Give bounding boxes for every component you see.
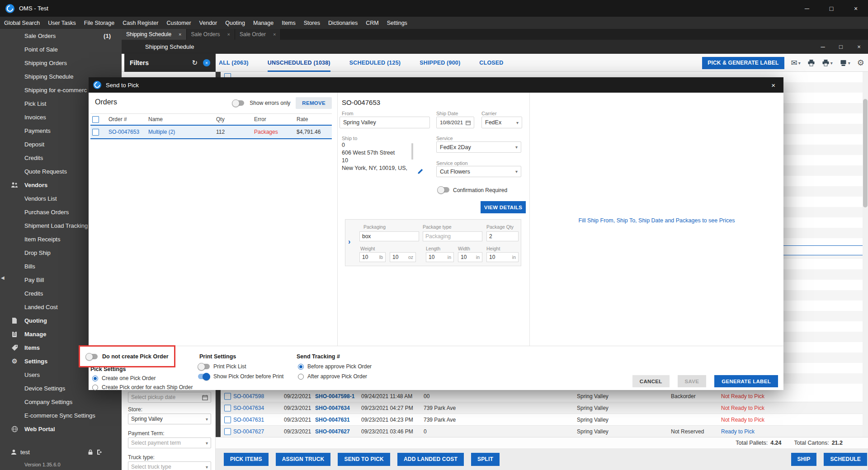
lock-icon[interactable] xyxy=(88,449,93,455)
service-option-select[interactable]: Cut Flowers▾ xyxy=(436,166,521,177)
menu-manage[interactable]: Manage xyxy=(249,17,278,29)
weight-lb-field[interactable]: 10lb xyxy=(359,252,386,262)
shipping-order-link[interactable]: SHO-0047627 xyxy=(315,428,350,435)
view-details-button[interactable]: VIEW DETAILS xyxy=(481,201,526,213)
sidebar-item-company-settings[interactable]: Company Settings xyxy=(0,395,122,409)
orders-table-row[interactable]: SO-0047653 Multiple (2) 112 Packages $4,… xyxy=(90,126,332,139)
orders-select-all-checkbox[interactable] xyxy=(92,116,99,123)
ship-to-address[interactable]: 0 606 West 57th Street 10 New York, NY, … xyxy=(342,141,410,172)
row-checkbox[interactable] xyxy=(224,393,231,400)
sidebar-collapse-icon[interactable]: ◀ xyxy=(1,275,5,280)
height-field[interactable]: 10in xyxy=(486,252,519,262)
tab-close-icon[interactable]: × xyxy=(227,32,230,37)
package-type-input[interactable] xyxy=(425,233,480,240)
create-one-pick-order-option[interactable]: Create one Pick Order xyxy=(92,375,156,381)
menu-stores[interactable]: Stores xyxy=(300,17,324,29)
menu-dictionaries[interactable]: Dictionaries xyxy=(324,17,362,29)
user-row[interactable]: test xyxy=(0,446,122,458)
sidebar-item-sale-orders[interactable]: Sale Orders(1) xyxy=(0,29,122,42)
tab-close-icon[interactable]: × xyxy=(273,32,276,37)
window-restore-icon[interactable]: □ xyxy=(832,40,850,54)
before-approve-option[interactable]: Before approve Pick Order xyxy=(298,363,372,370)
edit-ship-to-icon[interactable] xyxy=(417,168,424,174)
print-pick-list-toggle[interactable] xyxy=(198,364,210,369)
print-pick-list-option[interactable]: Print Pick List xyxy=(198,363,246,370)
tab-unscheduled[interactable]: UNSCHEDULED (1038) xyxy=(268,54,330,72)
table-row[interactable]: SO-0047598 09/22/2021 SHO-0047598-1 09/2… xyxy=(221,390,863,402)
ship-date-field[interactable]: 10/8/2021 xyxy=(436,117,474,128)
expand-package-chevron-icon[interactable]: › xyxy=(348,238,350,246)
tab-shipped[interactable]: SHIPPED (900) xyxy=(420,54,460,72)
show-errors-toggle[interactable] xyxy=(232,100,244,106)
sidebar-item-web-portal[interactable]: Web Portal xyxy=(0,422,122,436)
radio-icon[interactable] xyxy=(92,385,98,390)
pick-items-button[interactable]: PICK ITEMS xyxy=(224,453,269,466)
order-link[interactable]: SO-0047634 xyxy=(233,405,264,411)
carrier-select[interactable]: FedEx▾ xyxy=(481,117,522,128)
length-field[interactable]: 10in xyxy=(426,252,454,262)
order-link[interactable]: SO-0047631 xyxy=(233,417,264,423)
order-link[interactable]: SO-0047627 xyxy=(233,428,264,435)
cancel-button[interactable]: CANCEL xyxy=(632,375,670,387)
store-select[interactable]: Spring Valley▾ xyxy=(128,414,211,424)
logout-icon[interactable] xyxy=(97,449,103,455)
ship-to-scrollbar[interactable] xyxy=(411,143,413,160)
remove-button[interactable]: REMOVE xyxy=(296,97,332,109)
menu-vendor[interactable]: Vendor xyxy=(195,17,222,29)
grid-settings-gear-icon[interactable]: ⚙ xyxy=(857,58,864,68)
width-field[interactable]: 10in xyxy=(458,252,482,262)
show-before-print-toggle[interactable] xyxy=(198,374,210,379)
sidebar-item-point-of-sale[interactable]: Point of Sale xyxy=(0,42,122,56)
menu-quoting[interactable]: Quoting xyxy=(221,17,249,29)
table-row[interactable]: SO-0047627 09/23/2021 SHO-0047627 09/23/… xyxy=(221,426,863,437)
radio-icon[interactable] xyxy=(92,376,98,381)
payment-term-select[interactable]: Select payment term▾ xyxy=(128,437,211,448)
tab-scheduled[interactable]: SCHEDULED (125) xyxy=(349,54,401,72)
schedule-button[interactable]: SCHEDULE xyxy=(824,453,867,466)
after-approve-option[interactable]: After approve Pick Order xyxy=(298,373,367,380)
doc-tab-sale-orders[interactable]: Sale Orders× xyxy=(187,29,235,40)
send-to-pick-button[interactable]: SEND TO PICK xyxy=(338,453,390,466)
row-checkbox[interactable] xyxy=(224,428,231,435)
email-dropdown-icon[interactable]: ✉▾ xyxy=(791,58,801,68)
order-name-link[interactable]: Multiple (2) xyxy=(146,129,214,135)
radio-icon[interactable] xyxy=(298,374,304,380)
maximize-icon[interactable]: □ xyxy=(819,0,844,17)
tab-closed[interactable]: CLOSED xyxy=(479,54,503,72)
radio-icon[interactable] xyxy=(298,364,304,370)
menu-settings[interactable]: Settings xyxy=(383,17,411,29)
calendar-icon[interactable] xyxy=(202,395,208,400)
shipping-order-link[interactable]: SHO-0047631 xyxy=(315,417,350,423)
pick-generate-label-button[interactable]: PICK & GENERATE LABEL xyxy=(702,57,784,69)
doc-tab-sale-order[interactable]: Sale Order× xyxy=(235,29,281,40)
order-link[interactable]: SO-0047598 xyxy=(233,393,264,400)
service-select[interactable]: FedEx 2Day▾ xyxy=(436,141,521,153)
shipping-order-link[interactable]: SHO-0047634 xyxy=(315,405,350,411)
pickup-date-field[interactable] xyxy=(128,392,211,403)
sidebar-item-ecommerce-sync-settings[interactable]: E-commerce Sync Settings xyxy=(0,409,122,422)
pickup-date-input[interactable] xyxy=(131,394,202,400)
window-close-icon[interactable]: × xyxy=(850,40,868,54)
weight-oz-field[interactable]: 10oz xyxy=(390,252,416,262)
row-checkbox[interactable] xyxy=(224,404,231,411)
menu-customer[interactable]: Customer xyxy=(162,17,195,29)
tab-all[interactable]: ALL (2063) xyxy=(219,54,249,72)
clear-filters-icon[interactable]: × xyxy=(203,59,210,66)
packaging-field[interactable]: box xyxy=(359,231,419,241)
order-link[interactable]: SO-0047653 xyxy=(107,129,146,135)
from-field[interactable]: Spring Valley xyxy=(340,117,430,128)
assign-truck-button[interactable]: ASSIGN TRUCK xyxy=(276,453,331,466)
shipping-order-link[interactable]: SHO-0047598-1 xyxy=(315,393,354,400)
doc-tab-shipping-schedule[interactable]: Shipping Schedule× xyxy=(122,29,187,40)
menu-user-tasks[interactable]: User Tasks xyxy=(44,17,80,29)
order-row-checkbox[interactable] xyxy=(92,129,99,136)
tab-close-icon[interactable]: × xyxy=(179,32,181,37)
table-row[interactable]: SO-0047634 09/23/2021 SHO-0047634 09/23/… xyxy=(221,402,863,414)
add-landed-cost-button[interactable]: ADD LANDED COST xyxy=(397,453,464,466)
minimize-icon[interactable]: ─ xyxy=(795,0,819,17)
show-before-print-option[interactable]: Show Pick Order before Print xyxy=(198,373,283,380)
menu-items[interactable]: Items xyxy=(278,17,300,29)
package-qty-field[interactable]: 2 xyxy=(486,231,519,241)
close-icon[interactable]: × xyxy=(844,0,868,17)
save-button[interactable]: SAVE xyxy=(678,375,707,387)
